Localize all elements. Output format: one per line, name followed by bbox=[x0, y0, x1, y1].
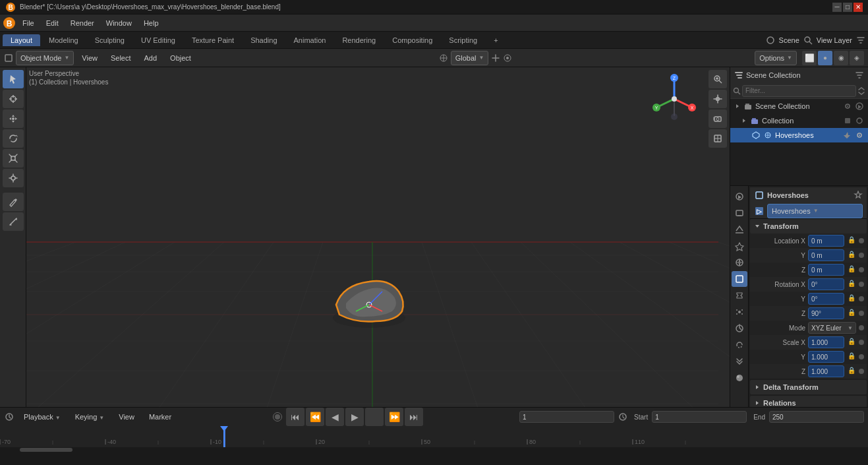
scale-y-field[interactable]: 1.000 bbox=[808, 351, 844, 363]
data-properties-tab[interactable] bbox=[732, 354, 747, 369]
transform-section-header[interactable]: Transform bbox=[750, 219, 867, 233]
scale-z-field[interactable]: 1.000 bbox=[808, 365, 844, 377]
object-data-type-dropdown[interactable]: Hovershoes ▼ bbox=[767, 204, 863, 218]
maximize-button[interactable]: □ bbox=[843, 3, 852, 12]
close-button[interactable]: ✕ bbox=[854, 3, 863, 12]
location-x-lock-icon[interactable]: 🔒 bbox=[847, 236, 856, 245]
outliner-collection-render-icon[interactable] bbox=[855, 116, 864, 125]
end-frame-field[interactable]: 250 bbox=[769, 411, 864, 423]
location-x-keyframe-dot[interactable] bbox=[859, 238, 864, 243]
cursor-tool-button[interactable] bbox=[3, 90, 24, 108]
scale-y-keyframe-dot[interactable] bbox=[859, 354, 864, 359]
tab-animation[interactable]: Animation bbox=[286, 34, 334, 46]
header-select[interactable]: Select bbox=[105, 53, 136, 63]
next-keyframe-button[interactable]: ⏩ bbox=[385, 408, 403, 426]
3d-viewport[interactable]: User Perspective (1) Collection | Hovers… bbox=[26, 67, 730, 407]
rotation-z-lock-icon[interactable]: 🔒 bbox=[847, 309, 856, 318]
outliner-hovershoes-object[interactable]: Hovershoes bbox=[730, 128, 868, 142]
transform-tool-button[interactable] bbox=[3, 169, 24, 187]
location-x-field[interactable]: 0 m bbox=[808, 235, 844, 247]
rotation-x-field[interactable]: 0° bbox=[808, 278, 844, 290]
add-workspace-button[interactable]: + bbox=[486, 34, 506, 46]
world-properties-tab[interactable] bbox=[732, 255, 747, 270]
prev-keyframe-button[interactable]: ⏪ bbox=[306, 408, 324, 426]
tab-layout[interactable]: Layout bbox=[3, 34, 40, 46]
view-layer-properties-tab[interactable] bbox=[732, 222, 747, 237]
titlebar-controls[interactable]: ─ □ ✕ bbox=[832, 3, 863, 12]
solid-shading-button[interactable]: ● bbox=[818, 51, 832, 65]
timeline-scroll-thumb[interactable] bbox=[20, 448, 72, 452]
scale-x-lock-icon[interactable]: 🔒 bbox=[847, 338, 856, 347]
constraints-properties-tab[interactable] bbox=[732, 337, 747, 353]
rotation-y-field[interactable]: 0° bbox=[808, 293, 844, 305]
delta-transform-header[interactable]: Delta Transform bbox=[750, 380, 867, 394]
scene-properties-tab[interactable] bbox=[732, 238, 747, 254]
outliner-collection-visibility-icon[interactable] bbox=[843, 116, 852, 125]
output-properties-tab[interactable] bbox=[732, 205, 747, 221]
physics-properties-tab[interactable] bbox=[732, 321, 747, 336]
scale-x-field[interactable]: 1.000 bbox=[808, 336, 844, 348]
options-dropdown[interactable]: Options ▼ bbox=[755, 51, 797, 65]
select-tool-button[interactable] bbox=[3, 70, 24, 88]
location-y-lock-icon[interactable]: 🔒 bbox=[847, 251, 856, 260]
outliner-collection[interactable]: Collection bbox=[730, 113, 868, 128]
outliner-hovershoes-pin-icon[interactable] bbox=[843, 131, 852, 140]
header-object[interactable]: Object bbox=[165, 53, 196, 63]
location-z-lock-icon[interactable]: 🔒 bbox=[847, 265, 856, 274]
tab-compositing[interactable]: Compositing bbox=[384, 34, 440, 46]
menu-edit[interactable]: Edit bbox=[41, 18, 64, 28]
outliner-render-icon[interactable] bbox=[855, 102, 864, 111]
minimize-button[interactable]: ─ bbox=[832, 3, 842, 12]
tab-uv-editing[interactable]: UV Editing bbox=[133, 34, 183, 46]
tab-texture-paint[interactable]: Texture Paint bbox=[184, 34, 242, 46]
rotation-x-lock-icon[interactable]: 🔒 bbox=[847, 280, 856, 289]
rotation-mode-dropdown[interactable]: XYZ Euler ▼ bbox=[808, 322, 856, 334]
scale-z-keyframe-dot[interactable] bbox=[859, 369, 864, 374]
outliner-sort-icon[interactable] bbox=[857, 87, 865, 95]
move-tool-button[interactable] bbox=[3, 109, 24, 128]
viewport-gizmo[interactable]: Z X Y bbox=[648, 73, 701, 125]
outliner-scene-collection[interactable]: Scene Collection bbox=[730, 99, 868, 113]
prev-frame-button[interactable]: ◀ bbox=[326, 408, 344, 426]
rotation-y-lock-icon[interactable]: 🔒 bbox=[847, 294, 856, 303]
global-dropdown[interactable]: Global ▼ bbox=[451, 51, 489, 65]
menu-render[interactable]: Render bbox=[65, 18, 100, 28]
location-z-field[interactable]: 0 m bbox=[808, 264, 844, 276]
outliner-hovershoes-eye-icon[interactable] bbox=[855, 131, 864, 140]
rotation-z-field[interactable]: 90° bbox=[808, 307, 844, 319]
menu-window[interactable]: Window bbox=[101, 18, 137, 28]
material-properties-tab[interactable] bbox=[732, 370, 747, 386]
location-y-field[interactable]: 0 m bbox=[808, 249, 844, 261]
timeline-scrollbar[interactable] bbox=[0, 448, 868, 453]
jump-to-start-button[interactable]: ⏮ bbox=[286, 408, 304, 426]
object-properties-tab[interactable] bbox=[732, 271, 747, 287]
rotation-mode-dot[interactable] bbox=[859, 325, 864, 330]
measure-tool-button[interactable] bbox=[3, 212, 24, 231]
tab-rendering[interactable]: Rendering bbox=[334, 34, 384, 46]
keying-menu[interactable]: Keying ▼ bbox=[70, 412, 110, 422]
tab-scripting[interactable]: Scripting bbox=[441, 34, 485, 46]
scale-x-keyframe-dot[interactable] bbox=[859, 340, 864, 345]
rendered-shading-button[interactable]: ◈ bbox=[850, 51, 864, 65]
header-add[interactable]: Add bbox=[139, 53, 163, 63]
tab-sculpting[interactable]: Sculpting bbox=[87, 34, 132, 46]
start-frame-field[interactable]: 1 bbox=[652, 411, 747, 423]
tab-modeling[interactable]: Modeling bbox=[41, 34, 86, 46]
scale-z-lock-icon[interactable]: 🔒 bbox=[847, 367, 856, 376]
next-frame-button[interactable] bbox=[365, 408, 384, 426]
rotation-z-keyframe-dot[interactable] bbox=[859, 311, 864, 316]
wireframe-shading-button[interactable]: ⬜ bbox=[802, 51, 817, 65]
playback-menu[interactable]: Playback ▼ bbox=[18, 412, 66, 422]
scale-tool-button[interactable] bbox=[3, 149, 24, 168]
outliner-filter-icon[interactable] bbox=[855, 71, 864, 80]
timeline-ruler[interactable]: -70 -40 -10 20 50 80 110 bbox=[0, 426, 868, 447]
viewport-camera-button[interactable] bbox=[709, 109, 727, 128]
menu-file[interactable]: File bbox=[17, 18, 40, 28]
location-z-keyframe-dot[interactable] bbox=[859, 267, 864, 272]
jump-to-end-button[interactable]: ⏭ bbox=[405, 408, 423, 426]
particles-properties-tab[interactable] bbox=[732, 304, 747, 320]
pin-icon[interactable] bbox=[854, 191, 863, 200]
menu-help[interactable]: Help bbox=[138, 18, 164, 28]
outliner-search-input[interactable] bbox=[742, 85, 856, 97]
annotate-tool-button[interactable] bbox=[3, 193, 24, 211]
